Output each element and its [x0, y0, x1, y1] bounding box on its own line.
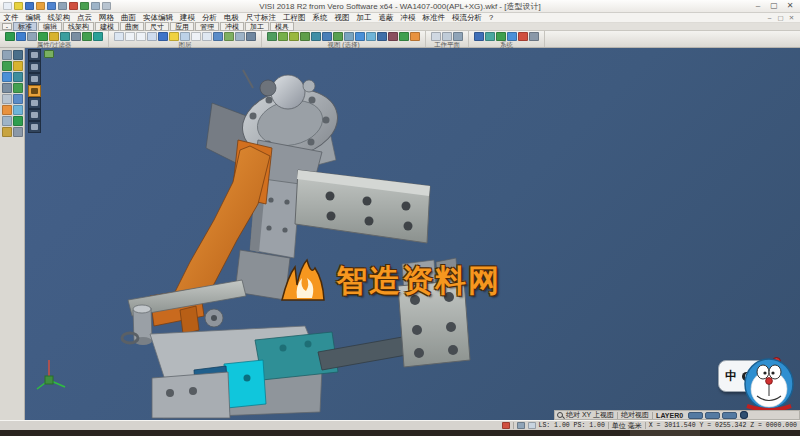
- active-layer-button[interactable]: LAYER0: [656, 412, 683, 419]
- left-panel-icon[interactable]: [13, 116, 23, 126]
- menu-item[interactable]: 冲模: [397, 13, 419, 23]
- left-panel-icon[interactable]: [2, 127, 12, 137]
- toolbar-icon[interactable]: [38, 32, 48, 41]
- toolbar-icon[interactable]: [169, 32, 179, 41]
- toolbar-icon[interactable]: [300, 32, 310, 41]
- toolbar-icon[interactable]: [82, 32, 92, 41]
- ribbon-tab[interactable]: 编辑: [38, 22, 62, 31]
- menu-item[interactable]: 系统: [309, 13, 331, 23]
- toolbar-icon[interactable]: [431, 32, 441, 41]
- toolbar-collapse-button[interactable]: -: [2, 23, 12, 30]
- status-swatch[interactable]: [705, 412, 720, 419]
- left-panel-icon[interactable]: [2, 94, 12, 104]
- ribbon-tab[interactable]: 模具: [270, 22, 294, 31]
- menu-item[interactable]: 标准件: [419, 13, 449, 23]
- toolbar-icon[interactable]: [16, 32, 26, 41]
- doc-close-button[interactable]: ✕: [786, 14, 797, 22]
- toolbar-icon[interactable]: [60, 32, 70, 41]
- ribbon-tab[interactable]: 冲模: [220, 22, 244, 31]
- status-swatch[interactable]: [688, 412, 703, 419]
- quick-access-icon[interactable]: [58, 2, 67, 10]
- quick-access-icon[interactable]: [3, 2, 12, 10]
- toolbar-icon[interactable]: [93, 32, 103, 41]
- toolbar-icon[interactable]: [388, 32, 398, 41]
- workplane-status[interactable]: 绝对 XY 上视图: [566, 410, 614, 420]
- quick-access-icon[interactable]: [14, 2, 23, 10]
- menu-item[interactable]: 建模: [177, 13, 199, 23]
- menu-item[interactable]: 遮蔽: [375, 13, 397, 23]
- viewport-tool-button[interactable]: [28, 49, 41, 61]
- toolbar-icon[interactable]: [125, 32, 135, 41]
- toolbar-icon[interactable]: [410, 32, 420, 41]
- left-panel-icon[interactable]: [2, 83, 12, 93]
- toolbar-icon[interactable]: [289, 32, 299, 41]
- toolbar-icon[interactable]: [344, 32, 354, 41]
- toolbar-icon[interactable]: [311, 32, 321, 41]
- quick-access-icon[interactable]: [69, 2, 78, 10]
- toolbar-icon[interactable]: [213, 32, 223, 41]
- toolbar-icon[interactable]: [235, 32, 245, 41]
- menu-item[interactable]: 分析: [199, 13, 221, 23]
- viewport-tool-button[interactable]: [28, 97, 41, 109]
- ribbon-tab[interactable]: 标准: [13, 22, 37, 31]
- maximize-button[interactable]: ▢: [766, 1, 782, 12]
- toolbar-icon[interactable]: [474, 32, 484, 41]
- menu-item[interactable]: 尺寸标注: [243, 13, 280, 23]
- left-panel-icon[interactable]: [13, 127, 23, 137]
- left-panel-icon[interactable]: [2, 72, 12, 82]
- left-panel-icon[interactable]: [13, 105, 23, 115]
- ribbon-tab[interactable]: 线架构: [63, 22, 94, 31]
- toolbar-icon[interactable]: [278, 32, 288, 41]
- viewport-tool-button[interactable]: [28, 61, 41, 73]
- toolbar-icon[interactable]: [529, 32, 539, 41]
- viewport-3d[interactable]: 智造资料网 中 T: [25, 48, 800, 420]
- ribbon-tab[interactable]: 曲面: [120, 22, 144, 31]
- viewport-tool-button[interactable]: [28, 121, 41, 133]
- menu-item[interactable]: 曲面: [118, 13, 140, 23]
- left-panel-icon[interactable]: [13, 50, 23, 60]
- toolbar-icon[interactable]: [442, 32, 452, 41]
- viewport-tool-button[interactable]: [28, 73, 41, 85]
- quick-access-icon[interactable]: [47, 2, 56, 10]
- toolbar-icon[interactable]: [246, 32, 256, 41]
- toolbar-icon[interactable]: [136, 32, 146, 41]
- ribbon-tab[interactable]: 管理: [195, 22, 219, 31]
- left-panel-icon[interactable]: [2, 61, 12, 71]
- toolbar-icon[interactable]: [333, 32, 343, 41]
- ribbon-tab[interactable]: 加工: [245, 22, 269, 31]
- ribbon-tab[interactable]: 尺寸: [145, 22, 169, 31]
- menu-item[interactable]: 编辑: [22, 13, 44, 23]
- quick-access-icon[interactable]: [25, 2, 34, 10]
- status-swatch[interactable]: [722, 412, 737, 419]
- viewport-quick-icon[interactable]: [44, 50, 54, 58]
- menu-item[interactable]: 加工: [353, 13, 375, 23]
- toolbar-icon[interactable]: [224, 32, 234, 41]
- menu-item[interactable]: 点云: [74, 13, 96, 23]
- doc-minimize-button[interactable]: –: [764, 14, 775, 22]
- viewport-tool-button[interactable]: [28, 109, 41, 121]
- menu-item[interactable]: 文件: [0, 13, 22, 23]
- globe-icon[interactable]: [740, 411, 748, 419]
- toolbar-icon[interactable]: [322, 32, 332, 41]
- toolbar-icon[interactable]: [496, 32, 506, 41]
- left-panel-icon[interactable]: [13, 72, 23, 82]
- quick-access-icon[interactable]: [102, 2, 111, 10]
- toolbar-icon[interactable]: [366, 32, 376, 41]
- toolbar-icon[interactable]: [27, 32, 37, 41]
- toolbar-icon[interactable]: [49, 32, 59, 41]
- left-panel-icon[interactable]: [13, 94, 23, 104]
- toolbar-icon[interactable]: [5, 32, 15, 41]
- grid-icon[interactable]: [528, 422, 536, 429]
- toolbar-icon[interactable]: [399, 32, 409, 41]
- menu-item[interactable]: 网格: [96, 13, 118, 23]
- toolbar-icon[interactable]: [191, 32, 201, 41]
- toolbar-icon[interactable]: [114, 32, 124, 41]
- toolbar-icon[interactable]: [158, 32, 168, 41]
- minimize-button[interactable]: –: [750, 1, 766, 12]
- quick-access-icon[interactable]: [36, 2, 45, 10]
- ribbon-tab[interactable]: 建模: [95, 22, 119, 31]
- menu-item[interactable]: 工程图: [280, 13, 310, 23]
- toolbar-icon[interactable]: [267, 32, 277, 41]
- menu-item[interactable]: 电极: [221, 13, 243, 23]
- left-panel-icon[interactable]: [13, 61, 23, 71]
